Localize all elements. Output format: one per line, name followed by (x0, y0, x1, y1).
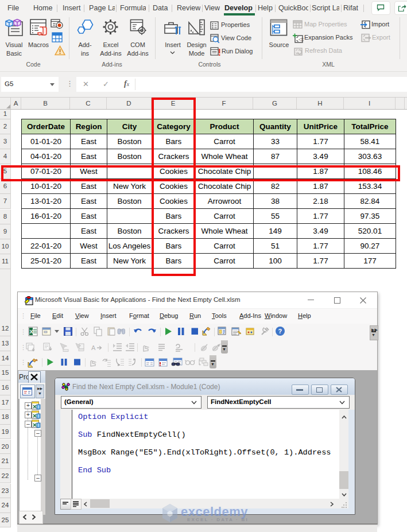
svg-text:A: A (91, 344, 96, 351)
svg-text:◁▷: ◁▷ (298, 37, 304, 42)
svg-text:X: X (30, 329, 33, 335)
svg-text:?: ? (278, 328, 282, 335)
